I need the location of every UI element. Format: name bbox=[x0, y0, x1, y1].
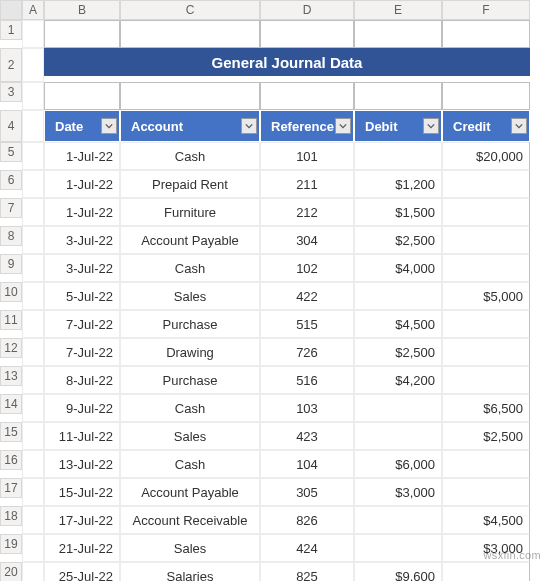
cell-credit[interactable]: $20,000 bbox=[442, 142, 530, 170]
page-title[interactable]: General Journal Data bbox=[44, 48, 530, 76]
filter-header-debit[interactable]: Debit bbox=[354, 110, 442, 142]
cell-debit[interactable] bbox=[354, 394, 442, 422]
cell-credit[interactable] bbox=[442, 254, 530, 282]
empty-cell[interactable] bbox=[22, 478, 44, 506]
empty-cell[interactable] bbox=[44, 82, 120, 110]
empty-cell[interactable] bbox=[22, 562, 44, 581]
chevron-down-icon[interactable] bbox=[511, 118, 527, 134]
empty-cell[interactable] bbox=[120, 82, 260, 110]
cell-account[interactable]: Cash bbox=[120, 254, 260, 282]
cell-account[interactable]: Sales bbox=[120, 282, 260, 310]
cell-credit[interactable]: $6,500 bbox=[442, 394, 530, 422]
cell-account[interactable]: Sales bbox=[120, 534, 260, 562]
select-all-corner[interactable] bbox=[0, 0, 22, 20]
cell-reference[interactable]: 304 bbox=[260, 226, 354, 254]
row-header[interactable]: 20 bbox=[0, 562, 22, 581]
empty-cell[interactable] bbox=[354, 20, 442, 48]
cell-account[interactable]: Prepaid Rent bbox=[120, 170, 260, 198]
cell-debit[interactable]: $2,500 bbox=[354, 338, 442, 366]
cell-debit[interactable] bbox=[354, 422, 442, 450]
cell-reference[interactable]: 102 bbox=[260, 254, 354, 282]
empty-cell[interactable] bbox=[22, 282, 44, 310]
cell-reference[interactable]: 103 bbox=[260, 394, 354, 422]
cell-reference[interactable]: 424 bbox=[260, 534, 354, 562]
row-header[interactable]: 15 bbox=[0, 422, 22, 442]
cell-date[interactable]: 3-Jul-22 bbox=[44, 254, 120, 282]
empty-cell[interactable] bbox=[442, 82, 530, 110]
empty-cell[interactable] bbox=[22, 338, 44, 366]
cell-debit[interactable] bbox=[354, 142, 442, 170]
cell-credit[interactable] bbox=[442, 170, 530, 198]
cell-debit[interactable]: $6,000 bbox=[354, 450, 442, 478]
col-header-B[interactable]: B bbox=[44, 0, 120, 20]
empty-cell[interactable] bbox=[22, 310, 44, 338]
row-header[interactable]: 11 bbox=[0, 310, 22, 330]
cell-debit[interactable]: $4,000 bbox=[354, 254, 442, 282]
empty-cell[interactable] bbox=[22, 366, 44, 394]
empty-cell[interactable] bbox=[22, 450, 44, 478]
cell-debit[interactable] bbox=[354, 282, 442, 310]
col-header-D[interactable]: D bbox=[260, 0, 354, 20]
cell-debit[interactable]: $9,600 bbox=[354, 562, 442, 581]
cell-account[interactable]: Furniture bbox=[120, 198, 260, 226]
cell-reference[interactable]: 826 bbox=[260, 506, 354, 534]
row-header[interactable]: 6 bbox=[0, 170, 22, 190]
filter-header-credit[interactable]: Credit bbox=[442, 110, 530, 142]
cell-date[interactable]: 1-Jul-22 bbox=[44, 198, 120, 226]
cell-debit[interactable]: $1,500 bbox=[354, 198, 442, 226]
empty-cell[interactable] bbox=[22, 226, 44, 254]
cell-account[interactable]: Purchase bbox=[120, 366, 260, 394]
row-header[interactable]: 19 bbox=[0, 534, 22, 554]
row-header[interactable]: 8 bbox=[0, 226, 22, 246]
cell-account[interactable]: Cash bbox=[120, 394, 260, 422]
col-header-A[interactable]: A bbox=[22, 0, 44, 20]
cell-reference[interactable]: 212 bbox=[260, 198, 354, 226]
chevron-down-icon[interactable] bbox=[335, 118, 351, 134]
cell-reference[interactable]: 516 bbox=[260, 366, 354, 394]
chevron-down-icon[interactable] bbox=[423, 118, 439, 134]
cell-date[interactable]: 21-Jul-22 bbox=[44, 534, 120, 562]
cell-credit[interactable] bbox=[442, 338, 530, 366]
cell-date[interactable]: 17-Jul-22 bbox=[44, 506, 120, 534]
cell-reference[interactable]: 726 bbox=[260, 338, 354, 366]
empty-cell[interactable] bbox=[22, 534, 44, 562]
cell-account[interactable]: Salaries bbox=[120, 562, 260, 581]
cell-date[interactable]: 11-Jul-22 bbox=[44, 422, 120, 450]
empty-cell[interactable] bbox=[354, 82, 442, 110]
cell-debit[interactable]: $2,500 bbox=[354, 226, 442, 254]
empty-cell[interactable] bbox=[260, 20, 354, 48]
cell-account[interactable]: Cash bbox=[120, 142, 260, 170]
row-header[interactable]: 1 bbox=[0, 20, 22, 40]
filter-header-account[interactable]: Account bbox=[120, 110, 260, 142]
cell-account[interactable]: Drawing bbox=[120, 338, 260, 366]
cell-date[interactable]: 7-Jul-22 bbox=[44, 338, 120, 366]
col-header-E[interactable]: E bbox=[354, 0, 442, 20]
cell-reference[interactable]: 101 bbox=[260, 142, 354, 170]
empty-cell[interactable] bbox=[260, 82, 354, 110]
row-header[interactable]: 17 bbox=[0, 478, 22, 498]
row-header[interactable]: 10 bbox=[0, 282, 22, 302]
empty-cell[interactable] bbox=[22, 254, 44, 282]
row-header[interactable]: 4 bbox=[0, 110, 22, 142]
empty-cell[interactable] bbox=[22, 422, 44, 450]
cell-debit[interactable]: $1,200 bbox=[354, 170, 442, 198]
cell-reference[interactable]: 825 bbox=[260, 562, 354, 581]
cell-credit[interactable] bbox=[442, 310, 530, 338]
cell-credit[interactable] bbox=[442, 562, 530, 581]
chevron-down-icon[interactable] bbox=[241, 118, 257, 134]
cell-date[interactable]: 8-Jul-22 bbox=[44, 366, 120, 394]
cell-debit[interactable] bbox=[354, 506, 442, 534]
cell-date[interactable]: 5-Jul-22 bbox=[44, 282, 120, 310]
cell-account[interactable]: Account Payable bbox=[120, 478, 260, 506]
row-header[interactable]: 13 bbox=[0, 366, 22, 386]
filter-header-reference[interactable]: Reference bbox=[260, 110, 354, 142]
empty-cell[interactable] bbox=[22, 82, 44, 110]
row-header[interactable]: 18 bbox=[0, 506, 22, 526]
cell-date[interactable]: 25-Jul-22 bbox=[44, 562, 120, 581]
row-header[interactable]: 7 bbox=[0, 198, 22, 218]
cell-account[interactable]: Account Payable bbox=[120, 226, 260, 254]
cell-credit[interactable] bbox=[442, 450, 530, 478]
cell-reference[interactable]: 515 bbox=[260, 310, 354, 338]
empty-cell[interactable] bbox=[44, 20, 120, 48]
cell-account[interactable]: Sales bbox=[120, 422, 260, 450]
